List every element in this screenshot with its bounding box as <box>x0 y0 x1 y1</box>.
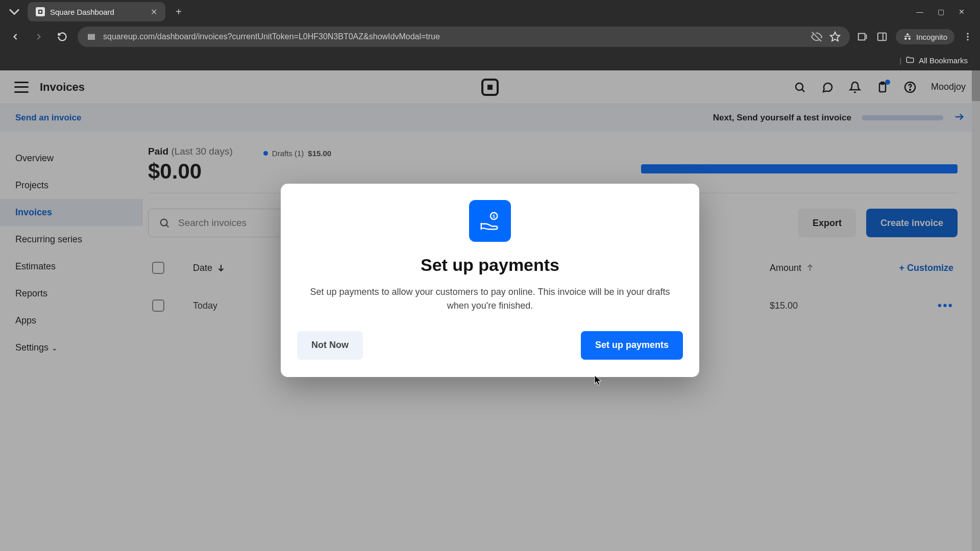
bookmark-star-icon[interactable] <box>829 31 841 42</box>
reload-button[interactable] <box>54 29 70 45</box>
close-window-button[interactable]: ✕ <box>959 8 965 16</box>
not-now-button[interactable]: Not Now <box>297 331 363 360</box>
forward-button[interactable] <box>31 29 47 45</box>
maximize-button[interactable]: ▢ <box>938 8 944 16</box>
setup-payments-button[interactable]: Set up payments <box>581 331 683 360</box>
modal-body-text: Set up payments to allow your customers … <box>297 285 683 313</box>
url-text: squareup.com/dashboard/invoices?currentU… <box>103 32 804 41</box>
tabs-dropdown-button[interactable] <box>5 3 23 21</box>
svg-rect-7 <box>878 33 887 41</box>
bookmarks-bar: | All Bookmarks <box>0 50 980 70</box>
incognito-indicator[interactable]: Incognito <box>896 29 954 44</box>
payments-hand-icon: $ <box>469 200 511 242</box>
browser-tab[interactable]: Square Dashboard ✕ <box>28 2 165 21</box>
modal-title: Set up payments <box>297 255 683 275</box>
mouse-cursor-icon <box>594 375 602 386</box>
back-button[interactable] <box>7 29 23 45</box>
side-panel-icon[interactable] <box>876 31 888 42</box>
address-bar[interactable]: squareup.com/dashboard/invoices?currentU… <box>78 27 850 47</box>
incognito-icon <box>903 32 912 41</box>
svg-marker-4 <box>830 32 840 41</box>
svg-rect-5 <box>859 34 865 40</box>
tab-strip: Square Dashboard ✕ + — ▢ ✕ <box>0 0 980 23</box>
eye-off-icon[interactable] <box>811 31 822 42</box>
setup-payments-modal: $ Set up payments Set up payments to all… <box>281 184 699 377</box>
svg-point-9 <box>967 33 968 35</box>
all-bookmarks-link[interactable]: All Bookmarks <box>919 56 968 65</box>
svg-text:$: $ <box>493 213 496 219</box>
folder-icon <box>905 56 915 65</box>
square-favicon-icon <box>36 7 45 16</box>
tab-close-icon[interactable]: ✕ <box>151 7 157 17</box>
tab-title: Square Dashboard <box>50 8 145 16</box>
browser-toolbar: squareup.com/dashboard/invoices?currentU… <box>0 23 980 50</box>
incognito-label: Incognito <box>916 33 947 41</box>
new-tab-button[interactable]: + <box>169 3 188 21</box>
svg-point-10 <box>967 36 968 37</box>
site-settings-icon[interactable] <box>87 32 96 41</box>
svg-rect-1 <box>88 36 94 37</box>
browser-menu-icon[interactable] <box>963 32 973 42</box>
svg-rect-0 <box>88 35 94 36</box>
svg-rect-2 <box>88 38 94 39</box>
minimize-button[interactable]: — <box>916 8 923 16</box>
media-icon[interactable] <box>857 31 868 42</box>
svg-point-11 <box>967 39 968 40</box>
window-controls: — ▢ ✕ <box>916 8 975 16</box>
modal-backdrop: $ Set up payments Set up payments to all… <box>0 70 980 551</box>
